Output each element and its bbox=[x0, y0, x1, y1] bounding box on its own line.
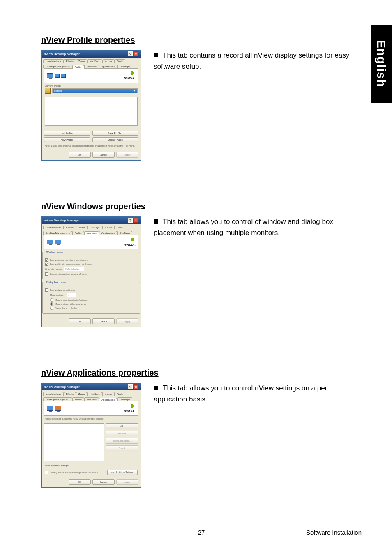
cancel-button[interactable]: Cancel bbox=[92, 152, 115, 158]
tab-applications[interactable]: Applications bbox=[99, 398, 117, 401]
open-on-select[interactable]: Default display bbox=[64, 267, 84, 271]
tab-effects[interactable]: Effects bbox=[64, 226, 76, 229]
page: English nView Profile properties nView D… bbox=[0, 0, 392, 558]
section-windows: nView Windows properties nView Desktop M… bbox=[41, 202, 362, 327]
tab-tools[interactable]: Tools bbox=[115, 59, 125, 63]
nvidia-eye-icon bbox=[129, 71, 136, 75]
tab-effects[interactable]: Effects bbox=[64, 59, 76, 63]
chk-prevent-offscreen[interactable]: Prevent windows from opening off-screen bbox=[45, 272, 137, 276]
tab-applications[interactable]: Applications bbox=[99, 65, 117, 68]
delete-profile-button[interactable]: Delete Profile bbox=[92, 137, 138, 142]
apply-button[interactable]: Apply bbox=[116, 152, 138, 158]
profile-listbox[interactable] bbox=[45, 97, 138, 126]
profile-icon-monitors bbox=[47, 73, 66, 78]
tab-mouse[interactable]: Mouse bbox=[102, 226, 115, 229]
tab-ui[interactable]: User Interface bbox=[43, 59, 64, 63]
monitor-icon bbox=[55, 74, 60, 78]
tab-ui[interactable]: User Interface bbox=[43, 226, 64, 229]
move-to-select[interactable]: 1 bbox=[67, 293, 76, 297]
tab-desktops[interactable]: Desktops bbox=[117, 65, 132, 68]
applications-description: This tab allows you to control nView set… bbox=[154, 383, 362, 405]
save-profile-button[interactable]: Save Profile... bbox=[92, 131, 138, 136]
tab-windows[interactable]: Windows bbox=[84, 397, 99, 401]
chk-enable-reposition[interactable]: Enable dialog repositioning bbox=[45, 288, 137, 292]
remove-button[interactable]: Remove bbox=[106, 431, 138, 436]
about-individual-button[interactable]: About Individual Settings... bbox=[107, 470, 138, 475]
tab-mouse[interactable]: Mouse bbox=[102, 59, 115, 63]
close-icon[interactable]: × bbox=[134, 384, 138, 389]
profile-select[interactable]: generic▼ bbox=[52, 88, 138, 93]
tab-mouse[interactable]: Mouse bbox=[102, 392, 115, 396]
ok-button[interactable]: OK bbox=[69, 318, 91, 324]
nvidia-eye-icon bbox=[129, 404, 136, 408]
help-icon[interactable]: ? bbox=[128, 384, 133, 389]
close-icon[interactable]: × bbox=[134, 51, 138, 56]
individual-settings-button[interactable]: Individual Settings... bbox=[106, 438, 138, 444]
rad-parent-display[interactable]: Move to parent application's display bbox=[45, 298, 137, 302]
page-number: - 27 - bbox=[194, 529, 208, 536]
tab-desktop-mgmt[interactable]: Desktop Management bbox=[43, 65, 72, 68]
dialog-titlebar: nView Desktop Manager ? × bbox=[42, 383, 141, 390]
tab-desktops[interactable]: Desktops bbox=[117, 397, 132, 401]
new-profile-button[interactable]: New Profile bbox=[44, 137, 90, 142]
dialog-control-legend: Dialog box control bbox=[45, 281, 67, 284]
tab-applications[interactable]: Applications bbox=[99, 231, 117, 235]
open-on-label: Open windows on: bbox=[45, 268, 62, 270]
bullet-icon bbox=[154, 219, 158, 224]
tab-profile[interactable]: Profile bbox=[72, 65, 84, 69]
tab-desktop-mgmt[interactable]: Desktop Management bbox=[43, 397, 72, 401]
tab-hotkeys[interactable]: Hot Keys bbox=[87, 226, 102, 229]
add-button[interactable]: Add... bbox=[106, 423, 138, 429]
tab-zoom[interactable]: Zoom bbox=[76, 59, 87, 63]
tab-desktops[interactable]: Desktops bbox=[117, 231, 132, 235]
load-profile-button[interactable]: Load Profile... bbox=[44, 131, 90, 136]
app-list-label: Applications using customized nView Desk… bbox=[42, 416, 141, 422]
tab-profile[interactable]: Profile bbox=[72, 397, 84, 401]
chk-window-spanning[interactable]: ✓Enable window spanning across displays bbox=[45, 258, 137, 262]
tab-zoom[interactable]: Zoom bbox=[76, 392, 87, 396]
tab-ui[interactable]: User Interface bbox=[43, 392, 64, 396]
help-icon[interactable]: ? bbox=[128, 51, 133, 56]
profile-description: This tab contains a record all nView dis… bbox=[154, 50, 362, 72]
monitor-icon bbox=[47, 240, 53, 244]
tab-effects[interactable]: Effects bbox=[64, 392, 76, 396]
heading-profile: nView Profile properties bbox=[41, 35, 362, 45]
apply-button[interactable]: Apply bbox=[116, 318, 138, 324]
disable-button[interactable]: Disable bbox=[106, 445, 138, 451]
move-to-label: Move to display: bbox=[50, 294, 65, 296]
monitor-icon bbox=[55, 240, 61, 244]
tab-zoom[interactable]: Zoom bbox=[76, 226, 87, 229]
profile-note: Note: To lock, save, import or export pr… bbox=[42, 144, 141, 150]
apply-button[interactable]: Apply bbox=[116, 479, 138, 485]
cancel-button[interactable]: Cancel bbox=[92, 479, 115, 485]
rad-mouse-display[interactable]: Move to display with mouse cursor bbox=[45, 302, 137, 306]
ok-button[interactable]: OK bbox=[69, 152, 91, 158]
tab-tools[interactable]: Tools bbox=[115, 392, 125, 396]
dialog-title-text: nView Desktop Manager bbox=[44, 52, 80, 56]
profile-dialog: nView Desktop Manager ? × User Interface… bbox=[41, 50, 141, 161]
application-listbox[interactable] bbox=[44, 423, 104, 461]
tab-hotkeys[interactable]: Hot Keys bbox=[87, 392, 102, 396]
chk-child-spanning[interactable]: ✓Enable child window spanning across dis… bbox=[45, 263, 137, 266]
tab-profile[interactable]: Profile bbox=[72, 231, 84, 235]
tab-hotkeys[interactable]: Hot Keys bbox=[87, 59, 102, 63]
close-icon[interactable]: × bbox=[134, 218, 138, 223]
windows-dialog: nView Desktop Manager ? × User Interface… bbox=[41, 216, 141, 327]
section-applications: nView Applications properties nView Desk… bbox=[41, 368, 362, 488]
tab-desktop-mgmt[interactable]: Desktop Management bbox=[43, 231, 72, 235]
nvidia-logo: NVIDIA. bbox=[124, 71, 136, 80]
ok-button[interactable]: OK bbox=[69, 479, 91, 485]
tab-windows[interactable]: Windows bbox=[84, 231, 99, 235]
window-control-group: Window control ✓Enable window spanning a… bbox=[42, 252, 140, 279]
rad-center-display[interactable]: Center dialog on display bbox=[45, 307, 137, 310]
help-icon[interactable]: ? bbox=[128, 218, 133, 223]
applications-icon-monitors bbox=[47, 406, 61, 411]
dialog-titlebar: nView Desktop Manager ? × bbox=[42, 217, 141, 224]
dialog-titlebar: nView Desktop Manager ? × bbox=[42, 50, 141, 58]
language-tab: English bbox=[371, 25, 392, 103]
tab-windows[interactable]: Windows bbox=[84, 65, 99, 68]
windows-icon-monitors bbox=[47, 240, 61, 244]
cancel-button[interactable]: Cancel bbox=[92, 318, 115, 324]
tab-tools[interactable]: Tools bbox=[115, 226, 125, 229]
chk-global-disable[interactable]: Globally disable individual settings and… bbox=[45, 471, 105, 474]
